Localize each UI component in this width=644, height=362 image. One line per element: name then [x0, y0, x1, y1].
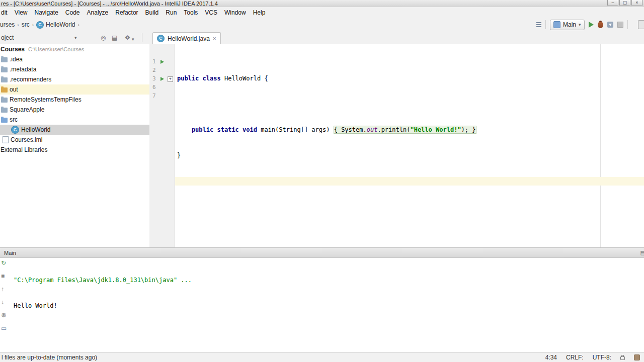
class-icon [157, 35, 165, 42]
line-number: 6 [152, 83, 156, 92]
rerun-icon[interactable]: ↻ [1, 260, 6, 266]
tree-item-external-libraries[interactable]: External Libraries [0, 145, 149, 155]
run-button[interactable] [589, 22, 594, 28]
menu-view[interactable]: View [11, 7, 31, 18]
menu-navigate[interactable]: Navigate [31, 7, 61, 18]
tab-helloworld-java[interactable]: HelloWorld.java × [152, 32, 221, 44]
down-arrow-icon[interactable]: ↓ [1, 299, 4, 305]
stop-icon[interactable]: ■ [1, 273, 5, 279]
chevron-right-icon: › [75, 22, 82, 28]
project-panel-header: oject ▾ ◎ ▤ ☸ ▾ [0, 31, 149, 44]
menu-build[interactable]: Build [142, 7, 163, 18]
code-line-3: public static void main(String[] args) {… [175, 126, 644, 134]
code-text: } [177, 152, 181, 159]
caret-position-widget[interactable]: 4:34 [545, 354, 557, 361]
menu-edit[interactable]: dit [0, 7, 11, 18]
coverage-icon[interactable] [607, 22, 613, 28]
run-class-icon[interactable] [160, 60, 164, 64]
code-area[interactable]: public class HelloWorld { public static … [175, 57, 644, 203]
folder-icon [1, 77, 8, 82]
gutter-line-3: 3 + [149, 74, 175, 83]
inspection-profile-icon[interactable] [634, 354, 640, 360]
status-widgets: 4:34 CRLF: UTF-8: [545, 352, 640, 362]
tree-item-label: SquareApple [10, 106, 44, 113]
tree-item-idea[interactable]: .idea [0, 54, 149, 64]
project-panel-title[interactable]: oject [1, 34, 14, 41]
fold-expand-icon[interactable]: + [168, 76, 173, 82]
up-arrow-icon[interactable]: ↑ [1, 286, 4, 292]
console-settings-icon[interactable]: ☸ [1, 312, 7, 318]
breadcrumb-helloworld[interactable]: HelloWorld [46, 21, 75, 28]
tree-item-out[interactable]: out [0, 84, 149, 95]
editor-gutter: 1 2 3 + 6 7 [149, 44, 175, 247]
breadcrumb-src[interactable]: src [22, 21, 30, 28]
minimize-button[interactable]: – [607, 0, 618, 6]
menu-code[interactable]: Code [62, 7, 84, 18]
tree-item-remotesystemstempfiles[interactable]: RemoteSystemsTempFiles [0, 95, 149, 105]
class-icon [36, 21, 44, 29]
folder-icon [1, 108, 8, 113]
breadcrumb-courses[interactable]: urses [0, 21, 15, 28]
run-panel-body: ↻ ■ ↑ ↓ ☸ ▭ "C:\Program Files\Java\jdk1.… [0, 258, 644, 352]
folder-icon [1, 57, 8, 62]
run-method-icon[interactable] [160, 77, 164, 81]
collapse-all-icon[interactable]: ▤ [112, 34, 117, 42]
tree-item-courses-root[interactable]: Courses C:\Users\user\Courses [0, 44, 149, 54]
header-options-icon[interactable]: ▤ [640, 249, 644, 256]
source-folder-icon [1, 118, 8, 123]
gutter-line-1: 1 [149, 57, 175, 66]
project-tool-window: oject ▾ ◎ ▤ ☸ ▾ Courses C:\Users\user\Co… [0, 31, 150, 247]
code-line-1: public class HelloWorld { [175, 74, 644, 83]
code-text: main(String[] args) [261, 126, 334, 133]
field-reference: out [367, 126, 378, 133]
gutter-line-6: 6 [149, 83, 175, 92]
menu-bar: dit View Navigate Code Analyze Refactor … [0, 7, 644, 18]
tree-item-src[interactable]: src [0, 115, 149, 125]
console-output[interactable]: "C:\Program Files\Java\jdk1.8.0_131\bin\… [14, 259, 644, 362]
run-configuration-select[interactable]: Main ▾ [550, 20, 585, 30]
chevron-down-icon[interactable]: ▾ [74, 35, 77, 40]
tree-item-squareapple[interactable]: SquareApple [0, 105, 149, 115]
tree-item-label: .recommenders [10, 76, 51, 83]
sort-icon[interactable] [536, 22, 541, 23]
menu-vcs[interactable]: VCS [201, 7, 221, 18]
folder-icon [1, 98, 8, 103]
run-panel-header[interactable]: Main ▤ [0, 247, 644, 258]
encoding-widget[interactable]: UTF-8: [593, 354, 611, 361]
stop-button[interactable] [617, 22, 623, 28]
clear-console-icon[interactable]: ▭ [1, 325, 7, 331]
line-number: 2 [152, 66, 156, 74]
menu-run[interactable]: Run [162, 7, 180, 18]
code-text: .println( [377, 126, 410, 133]
window-controls: – ▢ × [607, 0, 642, 6]
toolbar-overflow-icon[interactable] [638, 20, 644, 29]
tree-root-path: C:\Users\user\Courses [28, 46, 84, 52]
console-blank-line [14, 327, 644, 336]
debug-bug-icon[interactable] [598, 22, 603, 28]
code-editor[interactable]: 1 2 3 + 6 7 public class HelloWorld { pu… [149, 44, 644, 247]
close-icon[interactable]: × [213, 36, 216, 42]
tree-item-helloworld[interactable]: HelloWorld [0, 125, 149, 135]
menu-refactor[interactable]: Refactor [112, 7, 141, 18]
tree-item-label: out [10, 86, 18, 93]
lock-icon[interactable] [620, 356, 625, 360]
code-line-7-current [175, 177, 644, 186]
menu-help[interactable]: Help [250, 7, 269, 18]
menu-tools[interactable]: Tools [180, 7, 201, 18]
breadcrumb: urses › src › HelloWorld › [0, 18, 82, 31]
status-message: l files are up-to-date (moments ago) [2, 354, 97, 361]
maximize-button[interactable]: ▢ [619, 0, 630, 6]
line-separator-widget[interactable]: CRLF: [566, 354, 584, 361]
menu-analyze[interactable]: Analyze [84, 7, 112, 18]
tree-item-recommenders[interactable]: .recommenders [0, 74, 149, 84]
console-toolbar: ↻ ■ ↑ ↓ ☸ ▭ [0, 260, 14, 331]
locate-icon[interactable]: ◎ [101, 34, 106, 42]
menu-window[interactable]: Window [221, 7, 250, 18]
tree-item-metadata[interactable]: .metadata [0, 64, 149, 74]
folded-code-region[interactable]: { System.out.println("Hello World!"); } [334, 126, 476, 134]
settings-gear-icon[interactable]: ☸ [125, 34, 130, 42]
chevron-down-icon[interactable]: ▾ [132, 35, 134, 43]
close-button[interactable]: × [631, 0, 642, 6]
code-text: HelloWorld { [224, 75, 268, 82]
tree-item-courses-iml[interactable]: Courses.iml [0, 135, 149, 145]
